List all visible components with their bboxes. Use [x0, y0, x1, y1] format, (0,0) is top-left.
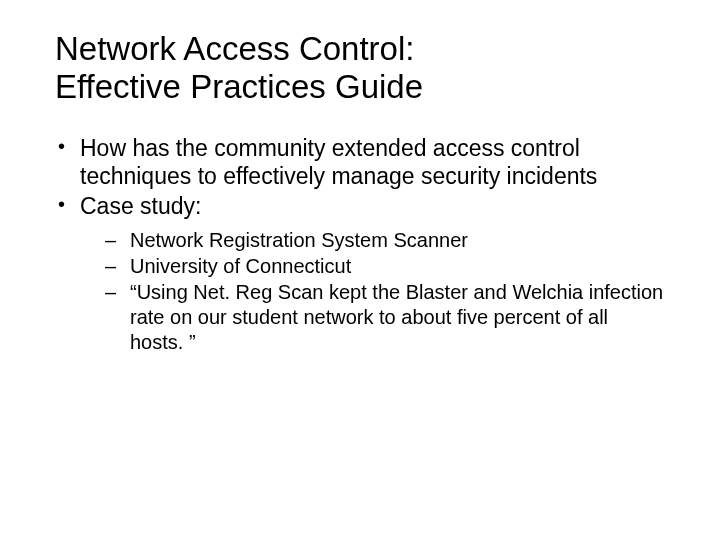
- sub-bullet-text: University of Connecticut: [130, 255, 351, 277]
- sub-bullet-item: Network Registration System Scanner: [80, 228, 665, 253]
- bullet-text: Case study:: [80, 193, 201, 219]
- sub-bullet-item: “Using Net. Reg Scan kept the Blaster an…: [80, 280, 665, 355]
- slide-title: Network Access Control: Effective Practi…: [55, 30, 665, 106]
- bullet-item: How has the community extended access co…: [55, 134, 665, 190]
- title-line-1: Network Access Control:: [55, 30, 414, 67]
- sub-bullet-item: University of Connecticut: [80, 254, 665, 279]
- sub-bullet-list: Network Registration System Scanner Univ…: [80, 228, 665, 355]
- sub-bullet-text: Network Registration System Scanner: [130, 229, 468, 251]
- sub-bullet-text: “Using Net. Reg Scan kept the Blaster an…: [130, 281, 663, 353]
- title-line-2: Effective Practices Guide: [55, 68, 423, 105]
- bullet-text: How has the community extended access co…: [80, 135, 597, 189]
- bullet-item: Case study: Network Registration System …: [55, 192, 665, 355]
- main-bullet-list: How has the community extended access co…: [55, 134, 665, 355]
